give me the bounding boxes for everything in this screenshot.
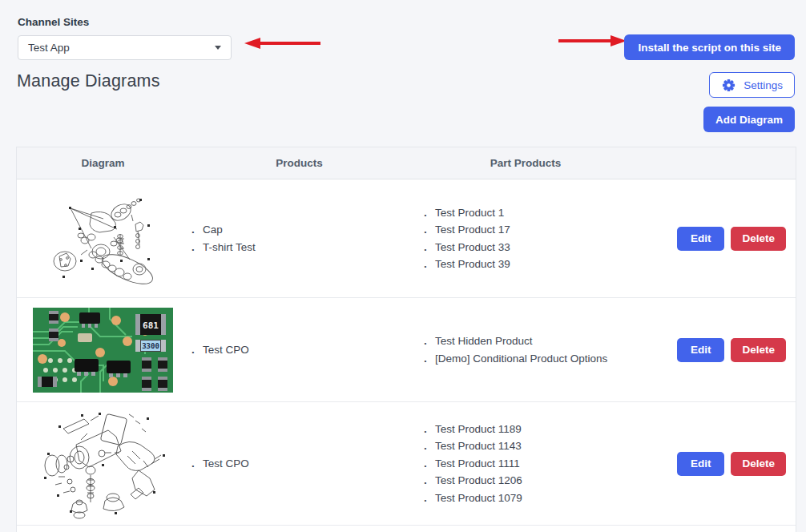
products-cell: CapT-shirt Test	[189, 221, 409, 256]
settings-label: Settings	[744, 79, 783, 91]
list-item: Test Product 1143	[424, 437, 642, 455]
diagrams-table: Diagram Products Part Products	[16, 147, 796, 532]
list-item: Cap	[191, 221, 409, 239]
delete-button[interactable]: Delete	[731, 338, 786, 362]
page-title: Manage Diagrams	[17, 71, 160, 91]
table-row: 681 3300 Test CPO Test Hidd	[17, 298, 796, 402]
edit-button[interactable]: Edit	[677, 452, 725, 476]
list-item: Test Product 33	[424, 239, 642, 256]
diagram-table-body: CapT-shirt Test Test Product 1Test Produ…	[17, 179, 796, 526]
list-item: T-shirt Test	[191, 239, 409, 256]
actions-cell: Edit Delete	[642, 452, 796, 476]
part-products-cell: Test Product 1189Test Product 1143Test P…	[409, 421, 642, 507]
svg-text:3300: 3300	[142, 342, 159, 350]
edit-button[interactable]: Edit	[677, 338, 725, 362]
products-list: CapT-shirt Test	[189, 221, 409, 256]
circuit-board-photo-image: 681 3300	[33, 308, 173, 393]
table-row: CapT-shirt Test Test Product 1Test Produ…	[17, 179, 796, 298]
products-cell: Test CPO	[189, 341, 409, 359]
delete-button[interactable]: Delete	[731, 227, 786, 251]
diagram-thumbnail: 681 3300	[33, 308, 173, 393]
part-products-cell: Test Hidden Product[Demo] Conditional Pr…	[409, 332, 642, 367]
exploded-parts-diagram-image	[34, 408, 172, 520]
list-item: Test Product 1	[424, 204, 642, 222]
list-item: Test Product 1206	[424, 472, 642, 490]
gear-icon	[721, 78, 736, 93]
part-products-list: Test Product 1189Test Product 1143Test P…	[409, 421, 642, 507]
settings-button[interactable]: Settings	[709, 72, 795, 98]
diagram-cell	[17, 191, 189, 287]
products-list: Test CPO	[189, 455, 409, 473]
list-item: Test Product 1079	[424, 490, 642, 507]
column-header-part-products: Part Products	[409, 157, 642, 169]
part-products-cell: Test Product 1Test Product 17Test Produc…	[409, 204, 642, 273]
table-row: Test CPO Test Product 1189Test Product 1…	[17, 402, 796, 526]
list-item: [Demo] Conditional Product Options	[424, 350, 642, 368]
list-item: Test Hidden Product	[424, 332, 642, 350]
list-item: Test Product 1189	[424, 421, 642, 438]
diagram-thumbnail	[43, 191, 163, 287]
chevron-down-icon	[215, 46, 221, 50]
exploded-parts-diagram-image	[43, 191, 163, 287]
column-header-products: Products	[189, 157, 409, 169]
list-item: Test Product 17	[424, 221, 642, 239]
part-products-list: Test Hidden Product[Demo] Conditional Pr…	[409, 332, 642, 367]
diagram-cell	[17, 408, 189, 520]
list-item: Test Product 1111	[424, 455, 642, 473]
channel-site-select[interactable]: Test App	[18, 35, 232, 60]
actions-cell: Edit Delete	[642, 338, 796, 362]
list-item: Test Product 39	[424, 256, 642, 273]
part-products-list: Test Product 1Test Product 17Test Produc…	[409, 204, 642, 273]
manage-diagrams-page: Channel Sites Test App Install the scrip…	[0, 0, 806, 532]
red-arrow-left-icon	[243, 35, 323, 51]
list-item: Test CPO	[191, 341, 409, 359]
install-script-button[interactable]: Install the script on this site	[624, 34, 795, 60]
edit-button[interactable]: Edit	[677, 227, 725, 251]
table-header-row: Diagram Products Part Products	[17, 147, 796, 179]
products-cell: Test CPO	[189, 455, 409, 473]
delete-button[interactable]: Delete	[731, 452, 786, 476]
channel-sites-label: Channel Sites	[18, 16, 89, 28]
svg-text:681: 681	[143, 320, 159, 331]
column-header-diagram: Diagram	[17, 157, 189, 169]
diagram-thumbnail	[34, 408, 172, 520]
add-diagram-button[interactable]: Add Diagram	[703, 107, 795, 132]
red-arrow-right-icon	[556, 33, 628, 49]
site-select-value: Test App	[28, 42, 70, 54]
list-item: Test CPO	[191, 455, 409, 473]
diagram-cell: 681 3300	[17, 308, 189, 393]
products-list: Test CPO	[189, 341, 409, 359]
actions-cell: Edit Delete	[642, 227, 796, 251]
